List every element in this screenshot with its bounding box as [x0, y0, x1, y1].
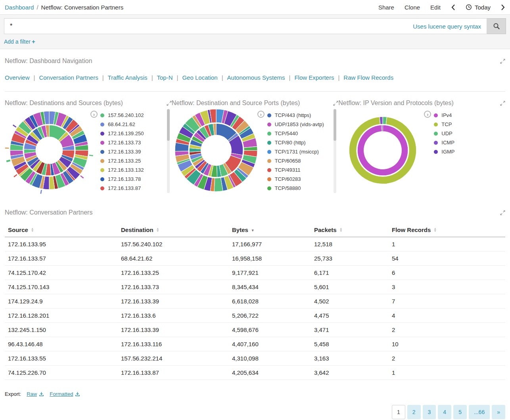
pagination-page-1[interactable]: 1 [392, 405, 405, 419]
clone-button[interactable]: Clone [405, 4, 420, 11]
export-raw-link[interactable]: Raw [27, 391, 44, 397]
nav-link-autonomous-systems[interactable]: Autonomous Systems [227, 74, 285, 81]
sunburst-chart[interactable] [170, 104, 262, 196]
table-row: 132.245.1.150172.16.133.394,598,6763,471… [5, 323, 505, 337]
share-button[interactable]: Share [378, 4, 394, 11]
legend-color-dot [267, 132, 271, 136]
table-row: 174.129.24.9172.16.133.396,618,0284,5027 [5, 294, 505, 309]
legend-item[interactable]: ICMP [434, 138, 454, 147]
table-row: 74.125.170.42172.16.133.259,177,9216,171… [5, 266, 505, 280]
lucene-syntax-link[interactable]: Uses lucene query syntax [413, 23, 481, 30]
expand-panel-button[interactable] [500, 59, 505, 64]
download-icon [75, 391, 80, 397]
legend-item[interactable]: UDP [434, 129, 454, 138]
legend-item[interactable]: TCP/443 (https) [267, 111, 324, 120]
legend-color-dot [434, 132, 438, 136]
nav-separator: | [102, 74, 104, 81]
legend-item[interactable]: IGMP [434, 147, 454, 156]
legend-color-dot [267, 168, 271, 172]
time-forward-button[interactable] [501, 4, 505, 11]
pagination: 12345...66» [5, 405, 505, 420]
add-filter-link[interactable]: Add a filter+ [4, 38, 35, 45]
column-header-bytes[interactable]: Bytes▼ [229, 222, 311, 237]
legend-item[interactable]: 68.64.21.62 [100, 120, 144, 129]
legend-color-dot [267, 150, 271, 154]
sunburst-chart[interactable] [3, 104, 95, 196]
nav-link-conversation-partners[interactable]: Conversation Partners [39, 74, 98, 81]
table-header-row: Source▲▼Destination▲▼Bytes▼Packets▲▼Flow… [5, 222, 505, 237]
nav-link-geo-location[interactable]: Geo Location [182, 74, 217, 81]
legend-item[interactable]: TCP/60283 [267, 175, 324, 184]
nav-link-top-n[interactable]: Top-N [157, 74, 173, 81]
column-header-flow-records[interactable]: Flow Records▲▼ [389, 222, 505, 237]
scrollbar-thumb[interactable] [167, 109, 170, 141]
query-input-wrap: Uses lucene query syntax [4, 18, 487, 34]
chart-legend: › TCP/443 (https)UDP/1853 (vids-avtp)TCP… [257, 111, 324, 193]
legend-color-dot [267, 159, 271, 163]
legend-item[interactable]: 172.16.133.73 [100, 138, 144, 147]
chart-legend: › 157.56.240.10268.64.21.62172.16.139.25… [90, 111, 144, 193]
legend-item[interactable]: 172.16.133.87 [100, 184, 144, 193]
sort-icon: ▲▼ [31, 228, 34, 232]
legend-item[interactable]: TCP/80 (http) [267, 138, 324, 147]
sort-icon: ▲▼ [339, 228, 343, 232]
legend-color-dot [434, 150, 438, 154]
expand-diagonal-icon [500, 59, 505, 64]
legend-scrollbar[interactable] [167, 109, 170, 193]
legend-item[interactable]: 172.16.133.39 [100, 147, 144, 156]
legend-item[interactable]: 172.16.133.25 [100, 156, 144, 165]
pagination-page-2[interactable]: 2 [407, 405, 421, 419]
time-back-button[interactable] [451, 4, 455, 11]
top-navbar: Dashboard / Netflow: Conversation Partne… [0, 0, 510, 14]
pagination-next-button[interactable]: » [492, 405, 505, 419]
edit-button[interactable]: Edit [430, 4, 441, 11]
search-button[interactable] [487, 18, 506, 34]
sort-icon: ▲▼ [156, 228, 159, 232]
nav-link-flow-exporters[interactable]: Flow Exporters [294, 74, 334, 81]
legend-item[interactable]: IPv4 [434, 111, 454, 120]
legend-toggle-icon[interactable]: › [90, 111, 98, 118]
scrollbar-thumb[interactable] [334, 109, 336, 141]
legend-toggle-icon[interactable]: › [257, 111, 265, 118]
legend-item[interactable]: 172.16.139.250 [100, 129, 144, 138]
nav-link-traffic-analysis[interactable]: Traffic Analysis [108, 74, 148, 81]
nav-link-overview[interactable]: Overview [5, 74, 30, 81]
legend-scrollbar[interactable] [334, 109, 336, 193]
legend-item[interactable]: TCP/58880 [267, 184, 324, 193]
legend-item[interactable]: TCP/60658 [267, 156, 324, 165]
column-header-destination[interactable]: Destination▲▼ [118, 222, 229, 237]
pagination-page-66[interactable]: ...66 [469, 405, 490, 419]
expand-panel-button[interactable] [500, 210, 505, 215]
legend-toggle-icon[interactable]: › [424, 111, 431, 118]
legend-item[interactable]: TCP [434, 120, 454, 129]
legend-color-dot [100, 113, 104, 117]
legend-item[interactable]: 172.16.133.132 [100, 165, 144, 175]
nav-separator: | [151, 74, 153, 81]
pagination-page-4[interactable]: 4 [438, 405, 451, 419]
timepicker-button[interactable]: Today [466, 4, 491, 11]
legend-item[interactable]: 172.16.133.78 [100, 175, 144, 184]
nav-link-raw-flow-records[interactable]: Raw Flow Records [343, 74, 393, 81]
breadcrumb-dashboard-link[interactable]: Dashboard [5, 4, 34, 11]
legend-item[interactable]: 157.56.240.102 [100, 111, 144, 120]
column-header-source[interactable]: Source▲▼ [5, 222, 118, 237]
legend-item[interactable]: TCP/49311 [267, 165, 324, 175]
expand-panel-button[interactable] [500, 101, 505, 106]
query-input[interactable] [4, 23, 413, 30]
legend-list: IPv4TCPUDPICMPIGMP [434, 111, 454, 156]
legend-color-dot [100, 186, 104, 190]
pagination-page-3[interactable]: 3 [423, 405, 436, 419]
legend-item[interactable]: TCP/1731 (msiccp) [267, 147, 324, 156]
pagination-page-5[interactable]: 5 [453, 405, 467, 419]
table-row: 172.16.133.5768.64.21.6216,958,15825,733… [5, 251, 505, 266]
legend-color-dot [100, 132, 104, 136]
breadcrumb: Dashboard / Netflow: Conversation Partne… [5, 4, 123, 11]
donut-chart[interactable] [337, 104, 429, 196]
column-header-packets[interactable]: Packets▲▼ [311, 222, 389, 237]
legend-item[interactable]: TCP/5440 [267, 129, 324, 138]
legend-color-dot [434, 113, 438, 117]
export-formatted-link[interactable]: Formatted [50, 391, 80, 397]
legend-item[interactable]: UDP/1853 (vids-avtp) [267, 120, 324, 129]
legend-list: 157.56.240.10268.64.21.62172.16.139.2501… [100, 111, 144, 193]
chevron-right-icon [501, 4, 505, 11]
